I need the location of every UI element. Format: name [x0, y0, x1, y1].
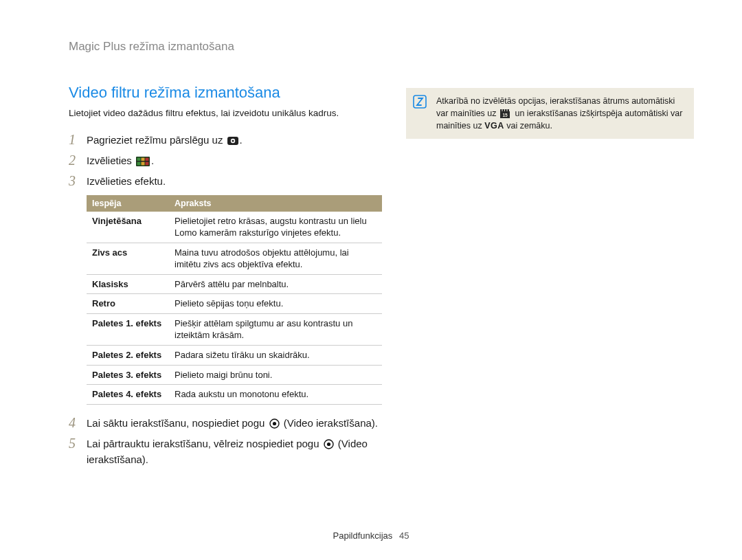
step-number: 5	[69, 435, 87, 451]
table-row: RetroPielieto sēpijas toņu efektu.	[87, 294, 382, 314]
page-number: 45	[399, 530, 409, 541]
effect-desc: Rada aukstu un monotonu efektu.	[169, 385, 382, 405]
effect-desc: Pielieto maigi brūnu toni.	[169, 365, 382, 385]
effect-desc: Padara sižetu tīrāku un skaidrāku.	[169, 346, 382, 366]
steps-list-cont: 4 Lai sāktu ierakstīšanu, nospiediet pog…	[69, 414, 381, 468]
table-row: KlasisksPārvērš attēlu par melnbaltu.	[87, 274, 382, 294]
effects-table: Iespēja Apraksts VinjetēšanaPielietojiet…	[87, 195, 382, 405]
svg-rect-7	[136, 161, 150, 162]
effect-name: Vinjetēšana	[87, 212, 169, 243]
effect-name: Paletes 1. efekts	[87, 313, 169, 345]
breadcrumb: Magic Plus režīma izmantošana	[69, 40, 694, 54]
table-row: Paletes 3. efektsPielieto maigi brūnu to…	[87, 365, 382, 385]
page-footer: Papildfunkcijas 45	[0, 530, 742, 541]
table-row: Paletes 2. efektsPadara sižetu tīrāku un…	[87, 346, 382, 366]
page-title: Video filtru režīma izmantošana	[69, 84, 381, 102]
step-text: Izvēlieties .	[87, 152, 381, 168]
framerate-icon: 15	[500, 109, 511, 119]
intro-text: Lietojiet video dažādus filtru efektus, …	[69, 107, 381, 120]
table-header-desc: Apraksts	[169, 195, 382, 212]
step-text: Lai pārtrauktu ierakstīšanu, vēlreiz nos…	[87, 435, 381, 468]
effect-desc: Pielietojiet retro krāsas, augstu kontra…	[169, 212, 382, 243]
step-number: 4	[69, 414, 87, 431]
effect-name: Zivs acs	[87, 243, 169, 274]
table-row: Paletes 4. efektsRada aukstu un monotonu…	[87, 385, 382, 405]
effect-name: Retro	[87, 294, 169, 314]
table-row: Paletes 1. efektsPiešķir attēlam spilgtu…	[87, 313, 382, 345]
effect-desc: Piešķir attēlam spilgtumu ar asu kontras…	[169, 313, 382, 345]
effect-name: Klasisks	[87, 274, 169, 294]
effect-name: Paletes 3. efekts	[87, 365, 169, 385]
table-row: VinjetēšanaPielietojiet retro krāsas, au…	[87, 212, 382, 243]
svg-point-11	[327, 443, 330, 446]
footer-label: Papildfunkcijas	[333, 530, 393, 541]
vga-label: VGA	[484, 121, 504, 131]
svg-point-9	[272, 422, 276, 425]
step-text: Izvēlieties efektu.	[87, 172, 381, 189]
step-text: Pagrieziet režīmu pārslēgu uz .	[87, 131, 381, 148]
svg-rect-17	[508, 109, 510, 112]
note-text: Atkarībā no izvēlētās opcijas, ierakstīš…	[436, 96, 682, 131]
info-icon	[413, 95, 427, 109]
filter-mode-icon	[136, 157, 150, 166]
table-row: Zivs acsMaina tuvu atrodošos objektu att…	[87, 243, 382, 274]
effect-name: Paletes 2. efekts	[87, 346, 169, 366]
effect-desc: Pārvērš attēlu par melnbaltu.	[169, 274, 382, 294]
table-header-option: Iespēja	[87, 195, 169, 212]
effect-desc: Maina tuvu atrodošos objektu attēlojumu,…	[169, 243, 382, 274]
svg-rect-16	[505, 109, 507, 112]
svg-rect-14	[500, 109, 502, 112]
svg-point-2	[232, 139, 234, 142]
effect-name: Paletes 4. efekts	[87, 385, 169, 405]
steps-list: 1 Pagrieziet režīmu pārslēgu uz . 2 Izvē…	[69, 131, 381, 190]
step-text: Lai sāktu ierakstīšanu, nospiediet pogu …	[87, 414, 381, 431]
mode-dial-icon	[227, 136, 238, 146]
step-number: 3	[69, 172, 87, 189]
step-number: 2	[69, 152, 87, 168]
note-box: Atkarībā no izvēlētās opcijas, ierakstīš…	[406, 88, 694, 139]
effect-desc: Pielieto sēpijas toņu efektu.	[169, 294, 382, 314]
record-button-icon	[269, 418, 280, 429]
step-number: 1	[69, 131, 87, 148]
svg-rect-15	[503, 109, 505, 112]
record-button-icon	[324, 439, 334, 449]
svg-text:15: 15	[502, 113, 508, 117]
